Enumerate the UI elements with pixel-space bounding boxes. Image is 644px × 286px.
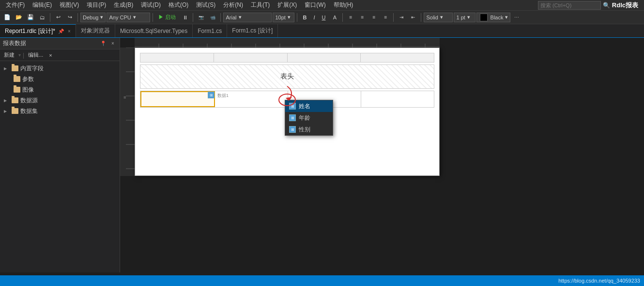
debug-dropdown[interactable]: Debug ▾ [80,13,106,22]
sep3 [153,13,153,22]
panel-header-actions: 📍 × [99,40,117,48]
search-input[interactable] [538,1,601,10]
context-menu-label-gender: 性别 [299,126,310,134]
data-cell-1[interactable]: ⊞ [140,91,215,107]
menu-view[interactable]: 视图(V) [56,0,83,10]
save-all-btn[interactable]: 🗂 [37,12,47,23]
underline-btn[interactable]: U [319,13,329,22]
ruler-vertical [120,48,135,176]
tree-item-dataset[interactable]: ▶ 数据集 [0,106,120,116]
folder-icon-params [14,76,20,82]
panel-title: 报表数据 [3,39,26,48]
cam-btn[interactable]: 📹 [207,12,218,23]
context-menu-label-age: 年龄 [299,114,310,122]
panel-toolbar: 新建 ▾ | 编辑... × [0,49,120,61]
band-label: ≡ [123,95,126,100]
menu-help[interactable]: 帮助(H) [330,0,357,10]
menu-debug[interactable]: 调试(D) [137,0,165,10]
tree-item-params[interactable]: 参数 [0,74,120,84]
border-width-dropdown[interactable]: 1 pt ▾ [454,13,475,22]
menu-extensions[interactable]: 扩展(X) [274,0,301,10]
data-row-label: 数据1 [217,93,229,99]
panel-edit-btn[interactable]: 编辑... [26,50,45,60]
font-dropdown[interactable]: Arial ▾ [223,13,272,22]
tree-item-images[interactable]: 图像 [0,84,120,95]
col-header-2 [214,53,288,62]
context-menu-item-age[interactable]: ⊞ 年龄 [285,112,333,124]
align-justify-btn[interactable]: ≡ [380,12,391,23]
tree-arrow-dataset: ▶ [4,109,10,113]
panel-tree: ▶ 内置字段 参数 图像 ▶ 数据源 ▶ [0,61,120,272]
cell-field-icon: ⊞ [208,92,215,98]
panel-header: 报表数据 📍 × [0,38,120,49]
bold-btn[interactable]: B [300,13,309,22]
indent-btn[interactable]: ⇥ [396,12,407,23]
folder-icon-datasource [12,97,18,103]
editor-area: 表头 ≡ ⊞ 数据1 [120,38,644,272]
menu-test[interactable]: 测试(S) [192,0,219,10]
context-menu-item-gender[interactable]: ⊞ 性别 [285,124,333,135]
color-dropdown[interactable]: Black ▾ [476,13,510,22]
data-cell-4[interactable] [361,91,434,107]
menu-item-icon-gender: ⊞ [289,126,296,133]
save-btn[interactable]: 💾 [25,12,36,23]
menu-build[interactable]: 生成(B) [110,0,137,10]
undo-btn[interactable]: ↩ [53,12,63,23]
col-header-1 [140,53,214,62]
menu-window[interactable]: 窗口(W) [301,0,329,10]
tab-form1cs-design[interactable]: Form1.cs [设计] [227,24,278,37]
panel-new-btn[interactable]: 新建 [2,50,16,60]
align-center-btn[interactable]: ≡ [357,12,368,23]
menu-analyze[interactable]: 分析(N) [219,0,247,10]
main-area: 报表数据 📍 × 新建 ▾ | 编辑... × ▶ 内置字段 参数 [0,38,644,272]
menu-edit[interactable]: 编辑(E) [29,0,56,10]
menu-format[interactable]: 格式(O) [165,0,192,10]
panel-delete-btn[interactable]: × [47,51,54,59]
tab-report1[interactable]: Report1.rdlc [设计]* 📌 × [0,24,76,37]
menu-file[interactable]: 文件(F) [2,0,29,10]
col-header-3 [288,53,361,62]
tab-report1-label: Report1.rdlc [设计]* [5,27,55,35]
menu-tools[interactable]: 工具(T) [247,0,274,10]
tab-report1-pin[interactable]: 📌 [58,29,64,34]
align-left-btn[interactable]: ≡ [345,12,356,23]
more-btn[interactable]: ⋯ [511,12,522,23]
tabs-row: Report1.rdlc [设计]* 📌 × 对象浏览器 Microsoft.S… [0,24,644,38]
sep1 [50,13,50,22]
toolbar-main: 📄 📂 💾 🗂 ↩ ↪ Debug ▾ Any CPU ▾ ▶ 启动 ⏸ 📷 📹… [0,11,644,24]
tree-label-images: 图像 [22,86,34,94]
tree-item-builtin[interactable]: ▶ 内置字段 [0,63,120,74]
tree-arrow-builtin: ▶ [4,66,10,71]
menubar: 文件(F) 编辑(E) 视图(V) 项目(P) 生成(B) 调试(D) 格式(O… [0,0,644,11]
menu-project[interactable]: 项目(P) [83,0,110,10]
statusbar: https://blog.csdn.net/qq_34059233 [0,275,644,286]
header-text: 表头 [280,72,294,81]
new-file-btn[interactable]: 📄 [2,12,13,23]
size-dropdown[interactable]: 10pt ▾ [273,13,294,22]
tree-label-datasource: 数据源 [20,96,38,105]
svg-rect-14 [120,48,135,176]
tab-report1-close[interactable]: × [68,29,71,34]
ruler-horizontal [135,38,440,48]
panel-pin-btn[interactable]: 📍 [99,40,107,48]
undo2-btn[interactable]: ↪ [64,12,75,23]
italic-btn[interactable]: I [310,13,318,22]
tab-sqlserver-types[interactable]: Microsoft.SqlServer.Types [115,24,193,37]
pause-btn[interactable]: ⏸ [180,12,190,23]
panel-close-btn[interactable]: × [109,40,117,48]
align-right-btn[interactable]: ≡ [368,12,379,23]
start-btn[interactable]: ▶ 启动 [155,13,179,22]
outdent-btn[interactable]: ⇤ [408,12,418,23]
folder-icon-images [14,87,20,93]
tab-form1cs[interactable]: Form1.cs [193,24,227,37]
tab-object-browser[interactable]: 对象浏览器 [76,24,115,37]
context-menu-item-name[interactable]: ⊞ 姓名 [285,100,333,112]
cpu-dropdown[interactable]: Any CPU ▾ [107,13,150,22]
border-style-dropdown[interactable]: Solid ▾ [424,13,453,22]
tree-item-datasource[interactable]: ▶ 数据源 [0,95,120,106]
font-color-btn[interactable]: A [329,12,340,23]
tab-form1cs-label: Form1.cs [198,28,222,34]
screenshot-btn[interactable]: 📷 [196,12,206,23]
open-btn[interactable]: 📂 [14,12,24,23]
tree-label-dataset: 数据集 [20,107,38,115]
